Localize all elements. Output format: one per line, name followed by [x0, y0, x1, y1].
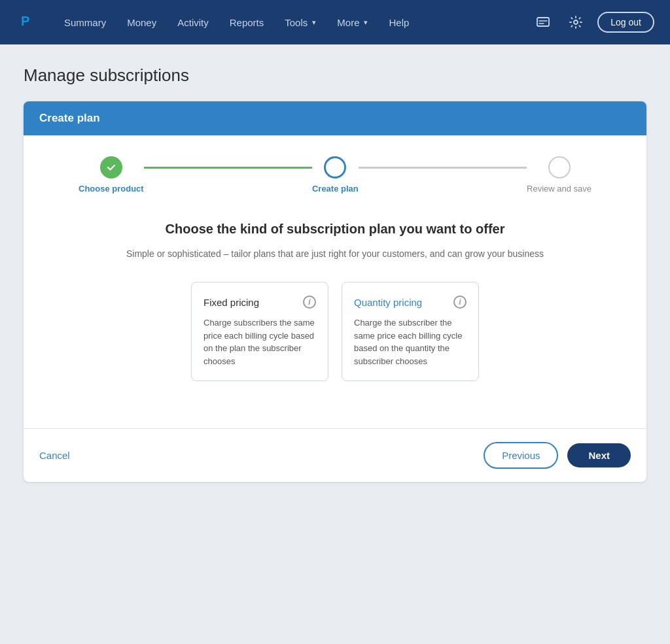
step-1-circle	[100, 156, 122, 178]
nav-help[interactable]: Help	[379, 12, 418, 33]
svg-rect-2	[537, 18, 549, 26]
quantity-pricing-card[interactable]: Quantity pricing i Charge the subscriber…	[342, 282, 479, 381]
tools-chevron-icon: ▾	[312, 18, 316, 27]
card-header-title: Create plan	[39, 112, 100, 124]
page-title: Manage subscriptions	[24, 65, 646, 86]
paypal-logo: P	[16, 10, 37, 34]
plan-title: Choose the kind of subscription plan you…	[39, 220, 631, 238]
svg-text:P: P	[21, 14, 29, 28]
more-chevron-icon: ▾	[364, 18, 368, 27]
settings-icon-button[interactable]	[565, 11, 587, 33]
step-review-save: Review and save	[527, 156, 591, 194]
nav-summary[interactable]: Summary	[55, 12, 115, 33]
fixed-pricing-card[interactable]: Fixed pricing i Charge subscribers the s…	[191, 282, 328, 381]
nav-links: Summary Money Activity Reports Tools ▾ M…	[55, 12, 532, 33]
svg-point-3	[574, 20, 578, 24]
nav-more[interactable]: More ▾	[328, 12, 377, 33]
nav-money[interactable]: Money	[118, 12, 166, 33]
nav-actions: Log out	[532, 11, 654, 33]
card-header: Create plan	[24, 101, 646, 135]
card-footer: Cancel Previous Next	[24, 428, 646, 482]
step-3-circle	[548, 156, 571, 178]
cancel-button[interactable]: Cancel	[39, 450, 70, 461]
page-container: Manage subscriptions Create plan Choose …	[8, 44, 662, 508]
next-button[interactable]: Next	[567, 443, 631, 467]
quantity-pricing-info-icon[interactable]: i	[453, 296, 467, 309]
main-card: Create plan Choose product Create plan	[24, 101, 646, 482]
navbar: P Summary Money Activity Reports Tools ▾…	[0, 0, 670, 44]
step-2-label: Create plan	[312, 184, 359, 194]
quantity-pricing-title: Quantity pricing	[354, 297, 422, 308]
logout-button[interactable]: Log out	[597, 12, 654, 33]
pricing-options: Fixed pricing i Charge subscribers the s…	[39, 282, 631, 381]
nav-reports[interactable]: Reports	[220, 12, 273, 33]
stepper: Choose product Create plan Review and sa…	[39, 156, 631, 194]
footer-buttons: Previous Next	[484, 442, 631, 469]
card-body: Choose product Create plan Review and sa…	[24, 135, 646, 428]
messages-icon-button[interactable]	[532, 11, 554, 33]
step-choose-product: Choose product	[79, 156, 144, 194]
plan-subtitle: Simple or sophisticated – tailor plans t…	[39, 247, 631, 261]
step-create-plan: Create plan	[312, 156, 359, 194]
step-connector-2	[359, 167, 527, 169]
quantity-pricing-desc: Charge the subscriber the same price eac…	[354, 316, 467, 367]
previous-button[interactable]: Previous	[484, 442, 558, 469]
nav-activity[interactable]: Activity	[168, 12, 218, 33]
step-2-circle	[324, 156, 346, 178]
quantity-pricing-header: Quantity pricing i	[354, 296, 467, 309]
step-connector-1	[144, 167, 312, 169]
fixed-pricing-title: Fixed pricing	[203, 297, 259, 308]
nav-tools[interactable]: Tools ▾	[275, 12, 325, 33]
fixed-pricing-desc: Charge subscribers the same price each b…	[203, 316, 316, 367]
step-1-label: Choose product	[79, 184, 144, 194]
step-3-label: Review and save	[527, 184, 591, 194]
fixed-pricing-header: Fixed pricing i	[203, 296, 316, 309]
fixed-pricing-info-icon[interactable]: i	[303, 296, 316, 309]
